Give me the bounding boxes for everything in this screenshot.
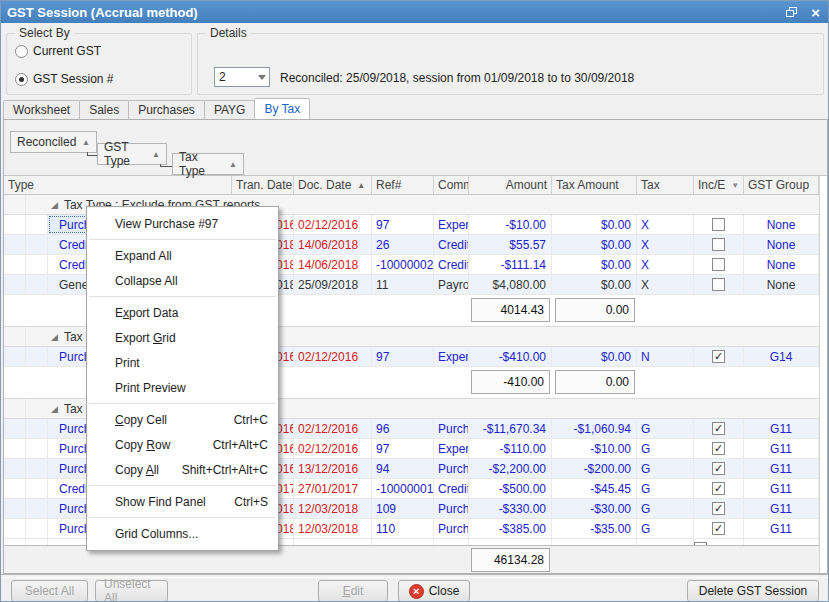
grid-right-gutter (819, 176, 827, 573)
summary-amount: -410.00 (471, 370, 550, 394)
ince-checkbox[interactable]: ✓ (712, 462, 725, 475)
ince-checkbox[interactable] (712, 238, 725, 251)
check-icon: ✓ (714, 443, 723, 454)
tab-worksheet[interactable]: Worksheet (3, 100, 80, 119)
column-header-type[interactable]: Type (4, 176, 232, 194)
session-number-select[interactable]: 2 (214, 67, 270, 87)
close-icon[interactable]: × (811, 5, 820, 20)
tab-purchases[interactable]: Purchases (128, 100, 205, 119)
ince-checkbox[interactable] (712, 258, 725, 271)
window-title: GST Session (Accrual method) (1, 5, 198, 20)
column-header-doc-date[interactable]: Doc. Date▲ (294, 176, 372, 194)
summary-tax-amount: 0.00 (555, 298, 635, 322)
details-groupbox: Details 2 Reconciled: 25/09/2018, sessio… (197, 33, 824, 95)
footer-bar: Select All Unselect All Edit × Close Del… (1, 578, 828, 602)
filter-icon: ▼ (731, 181, 739, 190)
close-button[interactable]: × Close (398, 580, 470, 602)
restore-icon[interactable] (786, 7, 797, 17)
check-icon: ✓ (714, 423, 723, 434)
menu-item-export-grid[interactable]: Export Grid (87, 325, 278, 350)
menu-item-expand-all[interactable]: Expand All (87, 243, 278, 268)
ince-checkbox[interactable]: ✓ (712, 350, 725, 363)
radio-current-gst-label: Current GST (33, 44, 101, 58)
groupbox-gst-type[interactable]: GST Type ▲ (97, 143, 167, 165)
edit-button[interactable]: Edit (318, 580, 388, 602)
check-icon: ✓ (714, 463, 723, 474)
menu-item-copy-cell[interactable]: Copy Cell Ctrl+C (87, 407, 278, 432)
tab-sales[interactable]: Sales (79, 100, 129, 119)
column-header-tax-amount[interactable]: Tax Amount (552, 176, 637, 194)
tab-strip: Worksheet Sales Purchases PAYG By Tax (3, 98, 309, 119)
column-header-amount[interactable]: Amount (469, 176, 552, 194)
select-by-groupbox: Select By Current GST GST Session # (6, 33, 192, 95)
gst-session-dialog: GST Session (Accrual method) × Select By… (0, 0, 829, 602)
groupbox-tax-type[interactable]: Tax Type ▲ (172, 153, 244, 175)
close-red-icon: × (409, 584, 424, 599)
ince-checkbox[interactable]: ✓ (712, 482, 725, 495)
menu-item-copy-row[interactable]: Copy Row Ctrl+Alt+C (87, 432, 278, 457)
check-icon: ✓ (714, 523, 723, 534)
column-header-comment[interactable]: Comm (434, 176, 469, 194)
radio-current-gst[interactable]: Current GST (15, 44, 101, 58)
sort-asc-icon: ▲ (82, 138, 90, 147)
delete-gst-session-button[interactable]: Delete GST Session (687, 580, 819, 602)
check-icon: ✓ (714, 503, 723, 514)
summary-tax-amount: 0.00 (555, 370, 635, 394)
ince-checkbox[interactable]: ✓ (712, 442, 725, 455)
session-summary-text: Reconciled: 25/09/2018, session from 01/… (280, 71, 634, 85)
menu-item-view-purchase[interactable]: View Purchase #97 (87, 211, 278, 236)
menu-item-collapse-all[interactable]: Collapse All (87, 268, 278, 293)
chevron-down-icon (255, 75, 269, 80)
menu-item-copy-all[interactable]: Copy All Shift+Ctrl+Alt+C (87, 457, 278, 482)
group-expanded-icon[interactable]: ◢ (51, 404, 58, 414)
ince-checkbox[interactable] (712, 278, 725, 291)
check-icon: ✓ (714, 483, 723, 494)
ince-checkbox[interactable]: ✓ (712, 422, 725, 435)
column-header-tran-date[interactable]: Tran. Date (232, 176, 294, 194)
radio-gst-session-circle[interactable] (15, 73, 28, 86)
sort-asc-icon: ▲ (229, 160, 237, 169)
group-by-panel: Reconciled ▲ GST Type ▲ Tax Type ▲ (4, 120, 827, 176)
sort-asc-icon: ▲ (357, 181, 365, 190)
group-expanded-icon[interactable]: ◢ (51, 200, 58, 210)
menu-item-grid-columns[interactable]: Grid Columns... (87, 521, 278, 546)
menu-item-print-preview[interactable]: Print Preview (87, 375, 278, 400)
tab-payg[interactable]: PAYG (204, 100, 256, 119)
check-icon: ✓ (714, 351, 723, 362)
column-header-gst-group[interactable]: GST Group (744, 176, 819, 194)
radio-gst-session[interactable]: GST Session # (15, 72, 113, 86)
menu-item-print[interactable]: Print (87, 350, 278, 375)
ince-checkbox[interactable]: ✓ (712, 522, 725, 535)
ince-checkbox[interactable] (712, 218, 725, 231)
groupbox-reconciled[interactable]: Reconciled ▲ (10, 131, 97, 153)
details-label: Details (206, 26, 251, 40)
column-header-row: Type Tran. Date Doc. Date▲ Ref# Comm Amo… (4, 176, 827, 195)
summary-amount: 4014.43 (471, 298, 550, 322)
context-menu: View Purchase #97 Expand All Collapse Al… (86, 206, 279, 551)
menu-item-export-data[interactable]: Export Data (87, 300, 278, 325)
tab-by-tax[interactable]: By Tax (254, 98, 310, 119)
radio-gst-session-label: GST Session # (33, 72, 113, 86)
session-number-value: 2 (215, 70, 255, 84)
title-bar[interactable]: GST Session (Accrual method) × (1, 1, 828, 23)
radio-current-gst-circle[interactable] (15, 45, 28, 58)
group-expanded-icon[interactable]: ◢ (51, 332, 58, 342)
sort-asc-icon: ▲ (152, 150, 160, 159)
menu-item-show-find-panel[interactable]: Show Find Panel Ctrl+S (87, 489, 278, 514)
unselect-all-button[interactable]: Unselect All (95, 580, 168, 602)
select-by-label: Select By (15, 26, 74, 40)
column-header-ref[interactable]: Ref# (372, 176, 434, 194)
select-all-button[interactable]: Select All (11, 580, 88, 602)
ince-checkbox[interactable]: ✓ (712, 502, 725, 515)
column-header-inc-e[interactable]: Inc/E▼ (694, 176, 744, 194)
column-header-tax[interactable]: Tax (637, 176, 694, 194)
grand-total-amount: 46134.28 (471, 548, 550, 572)
